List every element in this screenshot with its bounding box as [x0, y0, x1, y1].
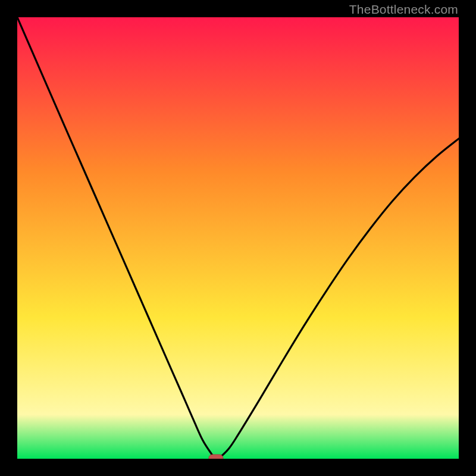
chart-svg — [17, 17, 459, 459]
plot-area — [17, 17, 459, 459]
minimum-marker — [209, 455, 223, 459]
chart-frame: TheBottleneck.com — [0, 0, 476, 476]
watermark-text: TheBottleneck.com — [349, 2, 458, 17]
gradient-background — [17, 17, 459, 459]
